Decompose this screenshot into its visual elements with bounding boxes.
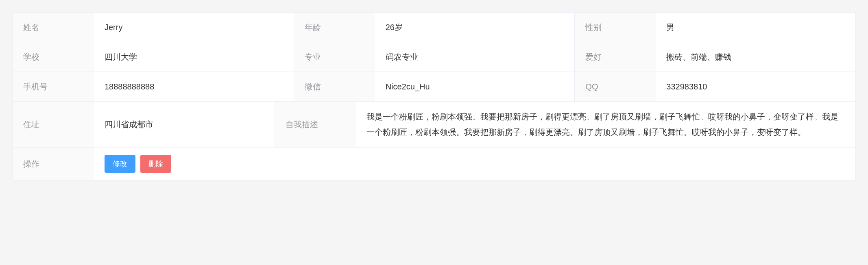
label-gender: 性别 [574, 13, 656, 42]
label-wechat: 微信 [294, 72, 375, 101]
label-age: 年龄 [294, 13, 375, 42]
table-row: 操作 修改 删除 [13, 148, 855, 180]
label-description: 自我描述 [275, 102, 356, 147]
action-cell: 修改 删除 [94, 148, 855, 180]
label-phone: 手机号 [13, 72, 94, 101]
value-phone: 18888888888 [94, 72, 294, 101]
value-address: 四川省成都市 [94, 102, 275, 147]
table-row: 住址 四川省成都市 自我描述 我是一个粉刷匠，粉刷本领强。我要把那新房子，刷得更… [13, 102, 855, 148]
value-name: Jerry [94, 13, 294, 42]
value-hobby: 搬砖、前端、赚钱 [656, 42, 855, 72]
table-row: 学校 四川大学 专业 码农专业 爱好 搬砖、前端、赚钱 [13, 42, 855, 72]
value-school: 四川大学 [94, 42, 294, 72]
value-age: 26岁 [375, 13, 575, 42]
label-school: 学校 [13, 42, 94, 72]
label-qq: QQ [574, 72, 656, 101]
table-row: 姓名 Jerry 年龄 26岁 性别 男 [13, 13, 855, 42]
value-description: 我是一个粉刷匠，粉刷本领强。我要把那新房子，刷得更漂亮。刷了房顶又刷墙，刷子飞舞… [356, 102, 855, 147]
label-address: 住址 [13, 102, 94, 147]
value-qq: 332983810 [656, 72, 855, 101]
descriptions-panel: 姓名 Jerry 年龄 26岁 性别 男 学校 四川大学 专业 码农专业 爱好 … [12, 12, 856, 180]
value-major: 码农专业 [375, 42, 575, 72]
table-row: 手机号 18888888888 微信 Nice2cu_Hu QQ 3329838… [13, 72, 855, 102]
delete-button[interactable]: 删除 [140, 155, 171, 173]
value-wechat: Nice2cu_Hu [375, 72, 575, 101]
label-action: 操作 [13, 148, 94, 180]
label-name: 姓名 [13, 13, 94, 42]
edit-button[interactable]: 修改 [105, 155, 135, 173]
label-hobby: 爱好 [574, 42, 656, 72]
value-gender: 男 [656, 13, 855, 42]
label-major: 专业 [294, 42, 375, 72]
